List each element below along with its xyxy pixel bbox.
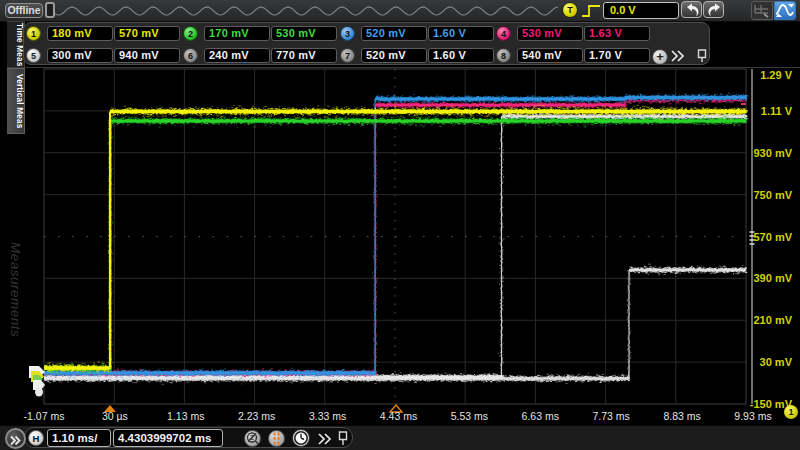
clock-icon	[293, 430, 309, 446]
timebase-scale-field[interactable]: 1.10 ms/	[47, 429, 111, 447]
x-axis-label: 1.13 ms	[151, 411, 221, 422]
x-axis-label: 3.33 ms	[293, 411, 363, 422]
y-axis-label: 30 mV	[740, 356, 792, 368]
zoom-disabled-button[interactable]	[244, 430, 261, 447]
channel-offset-markers	[29, 366, 45, 397]
x-axis-label: 9.93 ms	[718, 411, 788, 422]
hbar-more-chevrons-icon[interactable]	[317, 432, 333, 446]
x-axis-label: -1.07 ms	[9, 411, 79, 422]
timebase-position-field[interactable]: 4.4303999702 ms	[113, 429, 223, 447]
x-axis-label: 2.23 ms	[222, 411, 292, 422]
x-axis-label: 6.63 ms	[505, 411, 575, 422]
x-axis-label: 7.73 ms	[576, 411, 646, 422]
double-chevron-right-icon	[7, 432, 24, 449]
y-axis-label: 570 mV	[740, 231, 792, 243]
horizontal-controls-group: H 1.10 ms/ 4.4303999702 ms	[24, 427, 353, 448]
expand-panel-button[interactable]	[5, 428, 26, 449]
y-axis-label: 390 mV	[740, 272, 792, 284]
markers-button[interactable]	[268, 430, 285, 447]
x-axis-label: 4.43 ms	[364, 411, 434, 422]
hbar-pin-icon[interactable]	[337, 431, 349, 446]
x-axis-label: 5.53 ms	[434, 411, 504, 422]
horizontal-badge[interactable]: H	[28, 430, 44, 446]
y-axis-label: 210 mV	[740, 314, 792, 326]
markers-icon	[269, 431, 284, 446]
y-axis-label: 1.29 V	[740, 69, 792, 81]
y-axis-label: 930 mV	[740, 147, 792, 159]
zoom-disabled-icon	[245, 431, 260, 446]
clock-button[interactable]	[292, 429, 310, 447]
waveform-plot[interactable]	[0, 0, 800, 450]
y-axis-label: 750 mV	[740, 189, 792, 201]
y-axis-label: 1.11 V	[740, 105, 792, 117]
y-axis-channel-badge: 1	[784, 405, 798, 419]
x-axis-label: 30 µs	[80, 411, 150, 422]
x-axis-label: 8.83 ms	[647, 411, 717, 422]
